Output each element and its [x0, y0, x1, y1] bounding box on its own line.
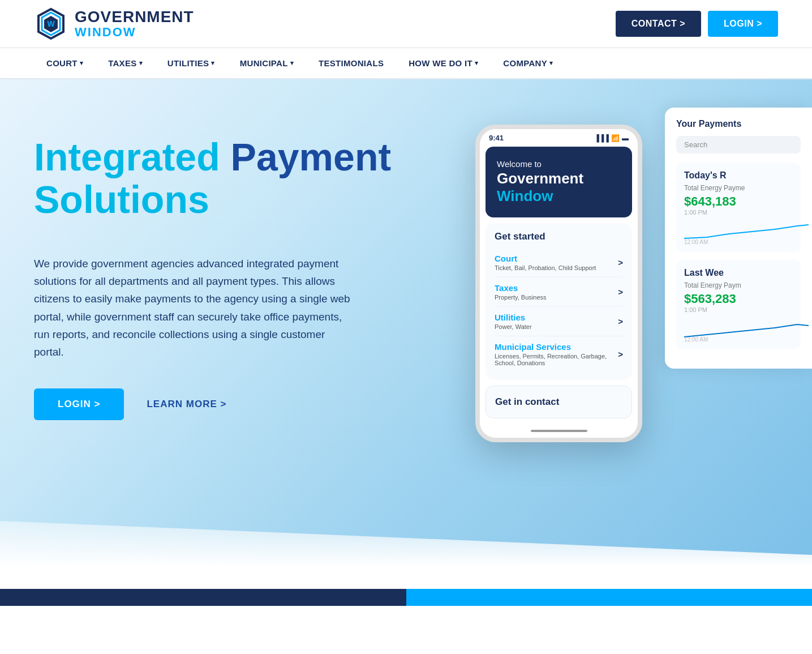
dashboard-today-title: Today's R	[684, 170, 793, 181]
bottom-stripe-blue	[406, 589, 813, 606]
phone-menu-sub-municipal: Licenses, Permits, Recreation, Garbage, …	[495, 353, 618, 366]
hero-diagonal	[0, 476, 812, 589]
phone-menu-sub-taxes: Property, Business	[495, 294, 547, 301]
chevron-down-icon: ▾	[290, 59, 294, 67]
mini-chart-lastweek: 12:00 AM	[684, 319, 793, 341]
nav-item-taxes[interactable]: TAXES ▾	[96, 48, 155, 78]
dashboard-lastweek-title: Last Wee	[684, 268, 793, 278]
phone-menu-item-taxes[interactable]: Taxes Property, Business >	[495, 277, 623, 307]
nav-item-municipal[interactable]: MUNICIPAL ▾	[227, 48, 306, 78]
phone-mockup-container: 9:41 ▐▐▐ 📶 ▬ Welcome to Government Windo…	[475, 125, 642, 442]
chart-label-today: 12:00 AM	[684, 239, 708, 245]
phone-welcome-to: Welcome to	[497, 159, 621, 169]
dashboard-today-amount: $643,183	[684, 194, 793, 209]
dashboard-lastweek-subtitle: Total Energy Paym	[684, 281, 793, 289]
phone-gov-text: Government	[497, 170, 621, 187]
nav-item-utilities[interactable]: UTILITIES ▾	[155, 48, 227, 78]
phone-contact-card[interactable]: Get in contact	[486, 386, 632, 418]
bottom-stripe-dark	[0, 589, 406, 606]
phone-menu-sub-court: Ticket, Bail, Probation, Child Support	[495, 264, 596, 271]
chevron-down-icon: ▾	[211, 59, 214, 67]
nav-label-court: COURT	[46, 58, 78, 68]
phone-time: 9:41	[489, 134, 504, 142]
phone-menu-label-court: Court	[495, 254, 596, 263]
chart-label-lastweek: 12:00 AM	[684, 336, 708, 343]
phone-menu-label-taxes: Taxes	[495, 283, 547, 293]
header: W GOVERNMENT WINDOW CONTACT > LOGIN >	[0, 0, 812, 48]
home-indicator	[531, 430, 587, 432]
hero-title-solutions: Solutions	[34, 178, 209, 221]
logo-area: W GOVERNMENT WINDOW	[34, 7, 194, 41]
logo-gov: GOVERNMENT	[75, 8, 194, 26]
mini-chart-today: 12:00 AM	[684, 221, 793, 244]
nav-item-how-we-do-it[interactable]: HOW WE DO IT ▾	[396, 48, 491, 78]
hero-body-text: We provide government agencies advanced …	[34, 255, 351, 361]
arrow-right-icon: >	[618, 287, 623, 297]
hero-left: Integrated Payment Solutions We provide …	[34, 125, 402, 420]
logo-icon: W	[34, 7, 68, 41]
phone-welcome-card: Welcome to Government Window	[486, 147, 632, 217]
phone-menu-label-municipal: Municipal Services	[495, 342, 618, 352]
dashboard-today-subtitle: Total Energy Payme	[684, 184, 793, 192]
chevron-down-icon: ▾	[139, 59, 143, 67]
dashboard-search[interactable]: Search	[676, 136, 801, 153]
nav-label-how-we-do-it: HOW WE DO IT	[409, 58, 472, 68]
login-header-button[interactable]: LOGIN >	[708, 11, 778, 37]
phone-menu-label-utilities: Utilities	[495, 313, 532, 322]
phone-win-text: Window	[497, 187, 621, 205]
dashboard-lastweek-card: Last Wee Total Energy Paym $563,283 1:00…	[676, 260, 801, 349]
nav-label-testimonials: TESTIMONIALS	[319, 58, 384, 68]
chevron-down-icon: ▾	[475, 59, 478, 67]
phone-get-started: Get started Court Ticket, Bail, Probatio…	[486, 223, 632, 380]
hero-title-integrated: Integrated	[34, 135, 231, 178]
nav-item-court[interactable]: COURT ▾	[34, 48, 96, 78]
hero-title-payment: Payment	[231, 135, 391, 178]
chevron-down-icon: ▾	[80, 59, 83, 67]
logo-win: WINDOW	[75, 25, 194, 39]
phone-icons: ▐▐▐ 📶 ▬	[594, 134, 629, 142]
nav-label-utilities: UTILITIES	[167, 58, 209, 68]
phone-status-bar: 9:41 ▐▐▐ 📶 ▬	[480, 129, 638, 147]
signal-icon: ▐▐▐	[594, 134, 609, 142]
bottom-stripe	[0, 589, 812, 606]
login-hero-button[interactable]: LOGIN >	[34, 388, 124, 420]
svg-text:W: W	[47, 19, 55, 28]
nav-label-company: COMPANY	[503, 58, 547, 68]
dashboard-lastweek-amount: $563,283	[684, 292, 793, 306]
nav-item-company[interactable]: COMPANY ▾	[491, 48, 565, 78]
phone-menu-sub-utilities: Power, Water	[495, 323, 532, 330]
phone-contact-title: Get in contact	[495, 396, 622, 408]
dashboard-lastweek-time: 1:00 PM	[684, 306, 793, 313]
arrow-right-icon: >	[618, 349, 623, 359]
phone-mockup: 9:41 ▐▐▐ 📶 ▬ Welcome to Government Windo…	[475, 125, 642, 442]
dashboard-panel: Your Payments Search Today's R Total Ene…	[665, 108, 812, 369]
hero-buttons: LOGIN > LEARN MORE >	[34, 388, 402, 420]
phone-menu-item-municipal[interactable]: Municipal Services Licenses, Permits, Re…	[495, 336, 623, 372]
main-nav: COURT ▾ TAXES ▾ UTILITIES ▾ MUNICIPAL ▾ …	[0, 48, 812, 79]
wifi-icon: 📶	[611, 134, 620, 142]
nav-label-municipal: MUNICIPAL	[240, 58, 288, 68]
nav-label-taxes: TAXES	[108, 58, 136, 68]
phone-menu-item-court[interactable]: Court Ticket, Bail, Probation, Child Sup…	[495, 248, 623, 277]
header-buttons: CONTACT > LOGIN >	[616, 11, 778, 37]
dashboard-title: Your Payments	[676, 119, 801, 129]
battery-icon: ▬	[622, 134, 629, 142]
hero-title: Integrated Payment Solutions	[34, 136, 402, 221]
dashboard-today-card: Today's R Total Energy Payme $643,183 1:…	[676, 163, 801, 252]
phone-get-started-title: Get started	[495, 231, 623, 242]
nav-item-testimonials[interactable]: TESTIMONIALS	[306, 48, 396, 78]
phone-menu-item-utilities[interactable]: Utilities Power, Water >	[495, 307, 623, 336]
phone-bottom-bar	[480, 424, 638, 438]
hero-section: Integrated Payment Solutions We provide …	[0, 79, 812, 589]
dashboard-today-time: 1:00 PM	[684, 209, 793, 216]
learn-more-button[interactable]: LEARN MORE >	[147, 399, 226, 410]
arrow-right-icon: >	[618, 317, 623, 326]
contact-button[interactable]: CONTACT >	[616, 11, 701, 37]
arrow-right-icon: >	[618, 258, 623, 267]
chevron-down-icon: ▾	[549, 59, 553, 67]
logo-text: GOVERNMENT WINDOW	[75, 8, 194, 40]
